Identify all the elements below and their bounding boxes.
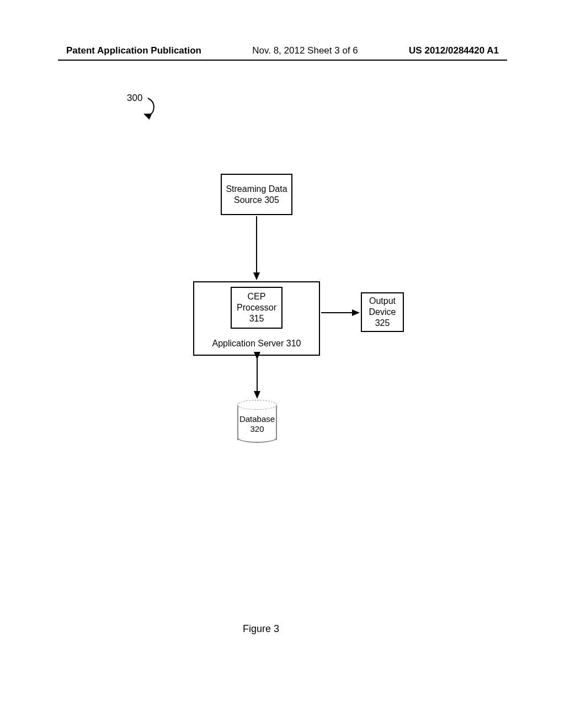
arrows-layer: [0, 0, 565, 728]
figure-caption: Figure 3: [243, 623, 279, 635]
streaming-data-source-box: Streaming Data Source 305: [221, 174, 292, 215]
cep-processor-box: CEP Processor 315: [231, 287, 282, 329]
cep-label-line1: CEP: [248, 291, 266, 302]
output-label-line2: Device: [369, 307, 396, 318]
diagram-ref-number: 300: [127, 93, 142, 104]
output-label-line1: Output: [369, 296, 396, 307]
database-label-line2: 320: [250, 424, 264, 433]
source-label-line1: Streaming Data: [226, 184, 287, 195]
source-label-line2: Source 305: [234, 195, 279, 206]
database-top: [237, 400, 277, 410]
database-label-line1: Database: [239, 414, 275, 424]
database-bottom: [237, 433, 277, 443]
diagram-container: 300 Streaming Data Source 305 Applicatio…: [0, 0, 565, 728]
output-label-line3: 325: [375, 318, 390, 329]
database-cylinder: Database 320: [237, 400, 277, 443]
database-label: Database 320: [237, 414, 277, 434]
output-device-box: Output Device 325: [361, 292, 404, 332]
ref-leader-arrow: [145, 98, 154, 115]
cep-label-line3: 315: [249, 313, 264, 324]
appserver-label: Application Server 310: [194, 338, 319, 349]
cep-label-line2: Processor: [237, 302, 276, 313]
